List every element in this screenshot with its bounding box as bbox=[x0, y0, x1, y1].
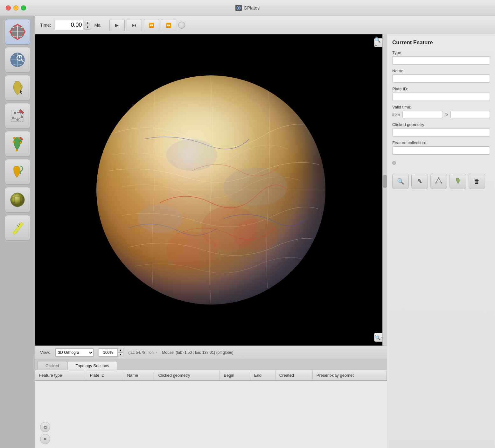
svg-point-17 bbox=[16, 149, 18, 151]
geometry-button[interactable] bbox=[430, 174, 447, 189]
col-present-day-geometry: Present-day geomet bbox=[312, 370, 387, 381]
app-title: GPlates bbox=[235, 5, 260, 11]
rewind-button[interactable]: ⏪ bbox=[144, 19, 159, 31]
copy-icon: ⧉ bbox=[44, 424, 47, 430]
data-table: Feature type Plate ID Name bbox=[35, 370, 387, 381]
clone-feature-button[interactable] bbox=[450, 174, 466, 189]
svg-point-30 bbox=[138, 204, 182, 233]
zoom-input[interactable] bbox=[99, 348, 118, 357]
topology-select-tool[interactable] bbox=[5, 131, 30, 157]
search-icon: 🔍 bbox=[397, 178, 404, 185]
delete-feature-button[interactable]: 🗑 bbox=[469, 174, 485, 189]
click-select-tool[interactable] bbox=[5, 75, 30, 101]
svg-point-1 bbox=[238, 7, 240, 9]
globe-sphere bbox=[96, 75, 325, 304]
zoom-indicator bbox=[178, 22, 185, 29]
to-label: to bbox=[445, 112, 448, 117]
globe-3d-tool[interactable] bbox=[5, 187, 30, 213]
globe-3d-icon bbox=[9, 191, 26, 209]
close-panel-button[interactable]: ✕ bbox=[40, 434, 50, 444]
svg-point-28 bbox=[166, 139, 217, 171]
tab-topology-sections[interactable]: Topology Sections bbox=[68, 361, 117, 370]
tab-header: Clicked Topology Sections bbox=[35, 359, 387, 370]
clicked-geometry-label: Clicked geometry: bbox=[392, 122, 490, 127]
clicked-geometry-value bbox=[392, 128, 490, 136]
ma-label: Ma bbox=[94, 23, 100, 28]
col-clicked-geometry: Clicked geometry bbox=[154, 370, 220, 381]
globe-container: 🔍+ 🔍- View: 3D Orthogra bbox=[35, 34, 387, 448]
svg-point-37 bbox=[435, 182, 436, 184]
valid-time-field-row: Valid time: from to bbox=[392, 105, 490, 118]
maximize-window-button[interactable] bbox=[21, 5, 26, 10]
time-spinner: ▲ ▼ bbox=[85, 21, 90, 30]
time-label: Time: bbox=[40, 23, 51, 28]
scroll-dot bbox=[392, 161, 396, 165]
svg-point-32 bbox=[166, 231, 217, 270]
svg-point-35 bbox=[438, 177, 439, 178]
close-window-button[interactable] bbox=[6, 5, 11, 10]
zoom-globe-tool[interactable] bbox=[5, 47, 30, 73]
fast-forward-button[interactable]: ⏩ bbox=[161, 19, 176, 31]
view-coordinates: (lat: 54.78 ; lon: - bbox=[129, 350, 157, 355]
viewport-scrollbar[interactable] bbox=[382, 34, 387, 346]
svg-marker-34 bbox=[436, 178, 442, 183]
view-select[interactable]: 3D Orthogra bbox=[55, 348, 94, 357]
edit-feature-button[interactable]: ✎ bbox=[411, 174, 428, 189]
main-layout: Time: ▲ ▼ Ma ▶ ⏮ ⏪ ⏩ bbox=[0, 16, 495, 448]
edit-icon: ✎ bbox=[417, 178, 422, 185]
play-button[interactable]: ▶ bbox=[109, 19, 125, 31]
col-end: End bbox=[250, 370, 275, 381]
plate-id-label: Plate ID: bbox=[392, 87, 490, 91]
zoom-decrement-button[interactable]: ▼ bbox=[118, 353, 123, 357]
valid-time-from-input[interactable] bbox=[402, 111, 442, 118]
move-tool[interactable] bbox=[5, 159, 30, 185]
svg-point-16 bbox=[20, 142, 22, 144]
valid-time-row: from to bbox=[392, 111, 490, 118]
zoom-out-button[interactable]: 🔍- bbox=[374, 333, 383, 342]
africa-select-icon bbox=[9, 79, 26, 97]
mouse-coordinates: Mouse: (lat: -1.50 ; lon: 138.01) (off g… bbox=[162, 350, 234, 355]
plate-id-value bbox=[392, 93, 490, 101]
app-icon bbox=[235, 5, 242, 11]
scrollbar-thumb[interactable] bbox=[383, 175, 387, 188]
col-feature-type: Feature type bbox=[35, 370, 86, 381]
drag-globe-tool[interactable] bbox=[5, 19, 30, 45]
time-input[interactable] bbox=[55, 20, 83, 30]
zoom-increment-button[interactable]: ▲ bbox=[118, 348, 123, 353]
tab-content: Feature type Plate ID Name bbox=[35, 370, 387, 448]
time-input-group: ▲ ▼ bbox=[55, 20, 90, 30]
svg-point-18 bbox=[13, 141, 15, 143]
feature-collection-field-row: Feature collection: bbox=[392, 140, 490, 155]
app-title-text: GPlates bbox=[244, 5, 260, 10]
copy-button[interactable]: ⧉ bbox=[40, 422, 50, 432]
playback-controls: ▶ ⏮ ⏪ ⏩ bbox=[109, 19, 185, 31]
zoom-in-button[interactable]: 🔍+ bbox=[374, 38, 383, 47]
topology-icon bbox=[9, 135, 26, 153]
globe-viewport[interactable]: 🔍+ 🔍- bbox=[35, 34, 387, 346]
type-label: Type: bbox=[392, 50, 490, 55]
measure-tool[interactable] bbox=[5, 215, 30, 241]
skip-to-start-button[interactable]: ⏮ bbox=[127, 19, 142, 31]
time-decrement-button[interactable]: ▼ bbox=[85, 25, 90, 30]
zoom-spinner: ▲ ▼ bbox=[118, 348, 123, 357]
digitise-tool[interactable] bbox=[5, 103, 30, 129]
geometry-icon bbox=[435, 177, 442, 186]
name-label: Name: bbox=[392, 68, 490, 73]
window-controls bbox=[6, 5, 26, 10]
close-icon: ✕ bbox=[43, 437, 47, 442]
search-feature-button[interactable]: 🔍 bbox=[392, 174, 409, 189]
digitise-icon bbox=[9, 107, 26, 125]
status-bar: View: 3D Orthogra ▲ ▼ (lat: 54.78 ; lon:… bbox=[35, 346, 387, 359]
panel-title: Current Feature bbox=[392, 39, 490, 46]
svg-point-29 bbox=[224, 168, 287, 206]
valid-time-to-input[interactable] bbox=[450, 111, 490, 118]
clone-icon bbox=[454, 177, 461, 186]
svg-point-36 bbox=[441, 182, 442, 184]
center-right: 🔍+ 🔍- View: 3D Orthogra bbox=[35, 34, 495, 448]
table-header-row: Feature type Plate ID Name bbox=[35, 370, 387, 381]
time-increment-button[interactable]: ▲ bbox=[85, 21, 90, 25]
minimize-window-button[interactable] bbox=[13, 5, 18, 10]
svg-point-19 bbox=[10, 193, 24, 207]
tab-clicked[interactable]: Clicked bbox=[38, 361, 67, 370]
drag-globe-icon bbox=[9, 23, 26, 41]
